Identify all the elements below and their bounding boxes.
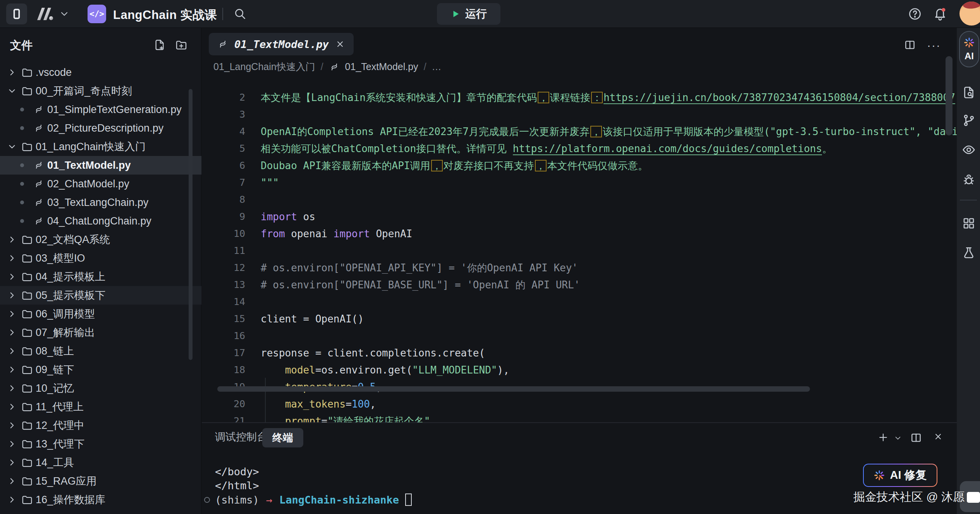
tree-item-12_代理中[interactable]: 12_代理中 <box>0 416 201 435</box>
search-icon[interactable] <box>233 7 246 20</box>
tree-item-04_ChatLongChain.py[interactable]: 04_ChatLongChain.py <box>0 212 201 230</box>
tab-terminal[interactable]: 终端 <box>262 428 303 447</box>
source-control-icon[interactable] <box>961 113 976 128</box>
code-line-9[interactable]: 9import os <box>202 208 957 225</box>
command-status-icon <box>204 497 210 503</box>
more-actions-icon[interactable]: ··· <box>927 39 941 52</box>
breadcrumb-more[interactable]: … <box>432 61 442 72</box>
line-number: 18 <box>202 362 245 379</box>
tree-item-15_RAG应用[interactable]: 15_RAG应用 <box>0 472 201 490</box>
tree-item-05_提示模板下[interactable]: 05_提示模板下 <box>0 286 201 305</box>
code-line-18[interactable]: 18 model=os.environ.get("LLM_MODELEND"), <box>202 362 957 379</box>
code-line-3[interactable]: 3 <box>202 106 957 123</box>
tree-item-13_代理下[interactable]: 13_代理下 <box>0 435 201 453</box>
new-folder-icon[interactable] <box>175 39 187 51</box>
tree-item-00_开篇词_奇点时刻[interactable]: 00_开篇词_奇点时刻 <box>0 82 201 100</box>
tree-item-03_模型IO[interactable]: 03_模型IO <box>0 249 201 267</box>
editor-vertical-scrollbar[interactable] <box>946 56 952 135</box>
tree-item-02_文档QA系统[interactable]: 02_文档QA系统 <box>0 230 201 249</box>
breadcrumb-folder[interactable]: 01_LangChain快速入门 <box>213 60 315 73</box>
tree-item-label: 02_PictureDescription.py <box>47 122 163 134</box>
help-icon[interactable] <box>908 7 922 21</box>
tree-item-06_调用模型[interactable]: 06_调用模型 <box>0 305 201 323</box>
editor-tab[interactable]: 01_TextModel.py <box>209 33 354 55</box>
code-line-10[interactable]: 10from openai import OpenAI <box>202 225 957 242</box>
breadcrumb[interactable]: 01_LangChain快速入门 / 01_TextModel.py / … <box>213 60 442 73</box>
tree-item-03_TextLangChain.py[interactable]: 03_TextLangChain.py <box>0 193 201 212</box>
code-line-17[interactable]: 17response = client.completions.create( <box>202 344 957 362</box>
line-number: 4 <box>202 123 245 140</box>
toggle-sidebar-button[interactable] <box>6 3 27 24</box>
tree-item-07_解析输出[interactable]: 07_解析输出 <box>0 323 201 342</box>
debug-bug-icon[interactable] <box>961 173 976 187</box>
tree-item-label: 00_开篇词_奇点时刻 <box>36 84 132 98</box>
sidebar-scrollbar[interactable] <box>189 89 193 360</box>
code-line-14[interactable]: 14 <box>202 293 957 310</box>
python-file-icon <box>30 104 47 115</box>
tab-debug-console[interactable]: 调试控制台 <box>215 430 267 444</box>
close-tab-icon[interactable] <box>335 39 345 49</box>
split-panel-icon[interactable] <box>910 432 922 444</box>
folder-icon <box>19 290 36 301</box>
folder-icon <box>19 252 36 264</box>
code-line-20[interactable]: 20 max_tokens=100, <box>202 396 957 413</box>
tree-item-label: 03_模型IO <box>36 251 85 265</box>
code-line-11[interactable]: 11 <box>202 242 957 259</box>
chevron-down-icon[interactable] <box>894 434 902 442</box>
run-button[interactable]: 运行 <box>437 3 500 25</box>
breadcrumb-file[interactable]: 01_TextModel.py <box>345 61 418 72</box>
marscode-logo-icon[interactable] <box>36 5 56 22</box>
extensions-grid-icon[interactable] <box>961 216 976 231</box>
ai-sparkle-icon <box>963 37 975 48</box>
code-line-13[interactable]: 13# os.environ["OPENAI_BASE_URL"] = 'Ope… <box>202 276 957 293</box>
file-status-dot <box>20 163 24 167</box>
tree-item-10_记忆[interactable]: 10_记忆 <box>0 379 201 397</box>
python-file-icon <box>30 123 47 134</box>
user-avatar[interactable] <box>959 2 980 26</box>
tree-item-02_PictureDescription.py[interactable]: 02_PictureDescription.py <box>0 119 201 137</box>
test-flask-icon[interactable] <box>961 245 976 260</box>
code-line-16[interactable]: 16 <box>202 327 957 344</box>
code-line-21[interactable]: 21 prompt="请给我的花店起个名", <box>202 413 957 422</box>
tree-item-11_代理上[interactable]: 11_代理上 <box>0 397 201 416</box>
code-line-15[interactable]: 15client = OpenAI() <box>202 310 957 327</box>
tree-item-09_链下[interactable]: 09_链下 <box>0 360 201 379</box>
tree-item-01_LangChain快速入门[interactable]: 01_LangChain快速入门 <box>0 137 201 156</box>
preview-eye-icon[interactable] <box>961 142 976 157</box>
terminal-prompt[interactable]: (shims) → LangChain-shizhanke <box>204 493 412 506</box>
breadcrumb-separator: / <box>424 61 426 72</box>
tree-item-04_提示模板上[interactable]: 04_提示模板上 <box>0 267 201 286</box>
code-viewport[interactable]: 2本文件是【LangChain系统安装和快速入门】章节的配套代码，课程链接：ht… <box>202 82 957 422</box>
ai-fix-button[interactable]: AI 修复 <box>863 464 937 487</box>
right-activity-bar: AI <box>957 28 980 514</box>
close-panel-icon[interactable] <box>933 432 943 442</box>
tree-item-.vscode[interactable]: .vscode <box>0 63 201 82</box>
split-editor-icon[interactable] <box>904 39 916 51</box>
new-terminal-icon[interactable] <box>877 432 889 443</box>
tree-item-01_TextModel.py[interactable]: 01_TextModel.py <box>0 156 201 175</box>
code-line-6[interactable]: 6Doubao API兼容最新版本的API调用，对废弃接口不再支持，本文件代码仅… <box>202 157 957 174</box>
chevron-down-icon[interactable] <box>201 9 212 19</box>
tree-item-16_操作数据库[interactable]: 16_操作数据库 <box>0 490 201 509</box>
code-line-2[interactable]: 2本文件是【LangChain系统安装和快速入门】章节的配套代码，课程链接：ht… <box>202 89 957 106</box>
new-file-icon[interactable] <box>153 39 166 51</box>
code-line-12[interactable]: 12# os.environ["OPENAI_API_KEY"] = '你的Op… <box>202 259 957 276</box>
tree-item-08_链上[interactable]: 08_链上 <box>0 342 201 360</box>
tree-item-02_ChatModel.py[interactable]: 02_ChatModel.py <box>0 175 201 193</box>
file-search-icon[interactable] <box>961 85 976 100</box>
folder-icon <box>19 475 36 487</box>
code-line-8[interactable]: 8 <box>202 191 957 208</box>
editor-horizontal-scrollbar[interactable] <box>217 386 810 392</box>
ide-window: </> LangChain 实战课 运行 文件 .vscode00_开篇词_奇点… <box>0 0 980 514</box>
ai-label: AI <box>965 51 974 62</box>
code-line-4[interactable]: 4OpenAI的Completions API已经在2023年7月完成最后一次更… <box>202 123 957 140</box>
ai-assistant-button[interactable]: AI <box>959 31 979 67</box>
tree-item-14_工具[interactable]: 14_工具 <box>0 453 201 472</box>
notification-bell-icon[interactable] <box>933 6 947 21</box>
chevron-down-icon[interactable] <box>59 9 70 19</box>
code-line-7[interactable]: 7""" <box>202 174 957 191</box>
code-line-5[interactable]: 5相关功能可以被ChatCompletion接口替代。详情可见 https://… <box>202 140 957 157</box>
code-text: max_tokens=100, <box>261 396 376 413</box>
ai-sparkle-icon <box>873 469 885 481</box>
tree-item-01_SimpleTextGeneration.py[interactable]: 01_SimpleTextGeneration.py <box>0 100 201 119</box>
